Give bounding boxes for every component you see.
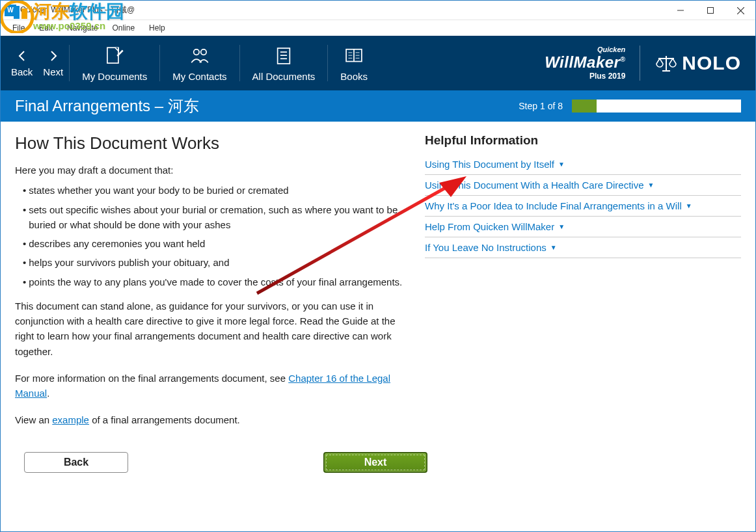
window-titlebar: W Quicken WillMaker Plus – 口贼@ (1, 1, 755, 20)
document-pencil-icon (103, 45, 126, 67)
main-content: How This Document Works Here you may dra… (15, 133, 403, 440)
progress-bar (572, 100, 741, 113)
nav-back-button[interactable]: Back (6, 49, 38, 77)
menu-edit[interactable]: Edit (33, 22, 59, 34)
main-toolbar: Back Next My Documents My Contacts All (1, 36, 755, 90)
caret-down-icon: ▼ (648, 181, 655, 189)
svg-rect-4 (708, 8, 714, 14)
my-contacts-button[interactable]: My Contacts (161, 45, 238, 82)
maximize-button[interactable] (695, 1, 725, 20)
intro-text: Here you may draft a document that: (15, 163, 403, 178)
paragraph-3: View an example of a final arrangements … (15, 412, 403, 427)
caret-down-icon: ▼ (558, 161, 565, 168)
step-label: Step 1 of 8 (519, 101, 563, 111)
help-heading: Helpful Information (425, 133, 741, 148)
paragraph-1: This document can stand alone, as guidan… (15, 299, 403, 359)
menu-file[interactable]: File (6, 22, 31, 34)
help-item[interactable]: Help From Quicken WillMaker▼ (425, 217, 741, 237)
svg-point-9 (194, 49, 200, 55)
window-title: Quicken WillMaker Plus – 口贼@ (20, 5, 135, 16)
menubar: File Edit Navigate Online Help (1, 20, 755, 36)
all-documents-button[interactable]: All Documents (241, 45, 327, 82)
help-sidebar: Helpful Information Using This Document … (425, 133, 741, 440)
page-heading: How This Document Works (15, 133, 403, 153)
books-button[interactable]: Books (329, 45, 379, 82)
brand-area: Quicken WillMaker® Plus 2019 NOLO (545, 36, 741, 90)
back-button[interactable]: Back (24, 452, 128, 473)
list-item: •sets out specific wishes about your bur… (23, 202, 403, 233)
list-item: •states whether you want your body to be… (23, 183, 403, 198)
menu-help[interactable]: Help (142, 22, 172, 34)
list-item: •points the way to any plans you've made… (23, 274, 403, 289)
button-row: Back Next (1, 452, 451, 473)
scales-icon (655, 53, 678, 73)
example-link[interactable]: example (52, 414, 89, 425)
menu-online[interactable]: Online (105, 22, 141, 34)
help-item[interactable]: Why It's a Poor Idea to Include Final Ar… (425, 196, 741, 217)
svg-point-10 (201, 49, 207, 55)
nolo-logo: NOLO (655, 52, 741, 74)
caret-down-icon: ▼ (550, 244, 557, 251)
list-item: •describes any ceremonies you want held (23, 236, 403, 251)
bullet-list: •states whether you want your body to be… (15, 183, 403, 289)
close-button[interactable] (725, 1, 755, 20)
menu-navigate[interactable]: Navigate (61, 22, 104, 34)
help-item[interactable]: Using This Document With a Health Care D… (425, 175, 741, 196)
caret-down-icon: ▼ (558, 223, 565, 230)
app-icon: W (5, 5, 16, 16)
document-title: Final Arrangements – 河东 (15, 96, 199, 116)
list-item: •helps your survivors publish your obitu… (23, 255, 403, 270)
help-item[interactable]: If You Leave No Instructions▼ (425, 237, 741, 258)
caret-down-icon: ▼ (686, 202, 692, 209)
minimize-button[interactable] (666, 1, 695, 20)
documents-icon (273, 45, 295, 67)
next-button[interactable]: Next (323, 452, 427, 473)
toolbar-separator (69, 45, 70, 81)
book-icon (343, 45, 365, 67)
my-documents-button[interactable]: My Documents (70, 45, 159, 82)
people-icon (189, 45, 211, 67)
nav-next-button[interactable]: Next (38, 49, 68, 77)
paragraph-2: For more information on the final arrang… (15, 371, 403, 401)
document-subheader: Final Arrangements – 河东 Step 1 of 8 (1, 90, 755, 122)
help-item[interactable]: Using This Document by Itself▼ (425, 154, 741, 175)
